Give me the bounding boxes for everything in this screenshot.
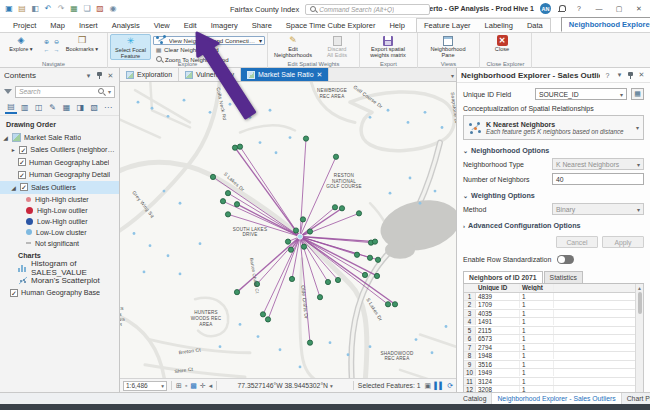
command-search-input[interactable]: Command Search (Alt+Q) <box>305 4 430 15</box>
close-window-button[interactable]: ✕ <box>632 3 646 15</box>
collapse-icon[interactable]: ◢ <box>2 134 9 141</box>
dock-tab-chart-properties[interactable]: Chart Properties <box>622 393 650 404</box>
table-row[interactable]: 1131241 <box>464 378 635 387</box>
tree-item-sales-outliers[interactable]: ◢ ✓ Sales Outliers <box>0 181 119 194</box>
notification-icon[interactable]: ◂ <box>209 382 213 389</box>
open-project-icon[interactable]: ▤ <box>17 4 27 14</box>
pane-menu-icon[interactable]: ▾ <box>615 71 624 79</box>
menu-tab-edit[interactable]: Edit <box>177 19 204 32</box>
close-explorer-button[interactable]: ✕ Close <box>482 34 522 60</box>
unique-id-field-select[interactable]: SOURCE_ID▾ <box>535 88 627 100</box>
table-row[interactable]: 414911 <box>464 318 635 327</box>
contents-search-input[interactable]: Search ▾ <box>15 86 115 98</box>
map-tab-market-sale-ratio[interactable]: Market Sale Ratio✕ <box>241 68 330 81</box>
maximize-button[interactable]: ▢ <box>612 3 626 15</box>
geoprocessing-icon[interactable]: ▨ <box>95 4 105 14</box>
layer-checkbox[interactable]: ✓ <box>18 171 26 179</box>
scroll-up-icon[interactable]: ▲ <box>637 284 642 291</box>
layer-checkbox[interactable]: ✓ <box>19 146 27 154</box>
method-select[interactable]: Binary▾ <box>552 203 644 215</box>
number-of-neighbors-input[interactable]: 40 <box>552 173 644 185</box>
layer-checkbox[interactable]: ✓ <box>18 158 26 166</box>
select-focal-feature-button[interactable]: ✳ Select Focal Feature <box>110 34 151 60</box>
more-options-icon[interactable]: ⋯ <box>102 101 114 114</box>
tree-item-map[interactable]: ◢ Market Sale Ratio <box>0 131 119 144</box>
discard-all-edits-button[interactable]: Discard All Edits <box>318 34 356 60</box>
fixed-zoom-out-icon[interactable]: ⊖ <box>52 37 61 45</box>
conceptualization-select[interactable]: K Nearest Neighbors Each feature gets K … <box>463 115 644 140</box>
dock-tab-catalog[interactable]: Catalog <box>458 393 492 404</box>
basemap-toggle-icon[interactable]: ▩ <box>190 382 197 389</box>
map-tab-vulnerability[interactable]: Vulnerability <box>179 68 241 81</box>
map-canvas[interactable]: NEWBRIDGEREC AREARESTONNATIONALGOLF COUR… <box>120 82 456 378</box>
tab-list-icon[interactable]: ▾ <box>451 72 454 79</box>
bookmarks-button[interactable]: ❒ Bookmarks ▾ <box>63 34 101 60</box>
table-row[interactable]: 217091 <box>464 301 635 310</box>
close-tab-icon[interactable]: ✕ <box>317 71 323 79</box>
panel-tab-neighbors-of-id-2071[interactable]: Neighbors of ID 2071 <box>463 271 543 283</box>
menu-tab-project[interactable]: Project <box>6 19 43 32</box>
save-icon[interactable]: ▣ <box>4 4 14 14</box>
redo-icon[interactable]: ↷ <box>56 4 66 14</box>
menu-tab-space-time-cube-explorer[interactable]: Space Time Cube Explorer <box>279 19 383 32</box>
list-by-editing-icon[interactable]: ✎ <box>47 101 59 114</box>
pane-pin-icon[interactable] <box>96 71 103 80</box>
contextual-tab-data[interactable]: Data <box>520 19 550 32</box>
table-row[interactable]: 819481 <box>464 352 635 361</box>
pane-close-icon[interactable]: ✕ <box>106 72 115 80</box>
menu-tab-insert[interactable]: Insert <box>72 19 105 32</box>
view-neighbors-dropdown[interactable]: View Neighbors and Connections▾ <box>153 36 265 45</box>
menu-tab-view[interactable]: View <box>147 19 177 32</box>
menu-tab-imagery[interactable]: Imagery <box>204 19 245 32</box>
layer-checkbox[interactable]: ✓ <box>10 289 18 297</box>
list-by-snapping-icon[interactable]: ▦ <box>61 101 73 114</box>
menu-tab-map[interactable]: Map <box>43 19 72 32</box>
minimize-button[interactable]: — <box>592 3 606 15</box>
table-row[interactable]: 148391 <box>464 293 635 302</box>
pane-close-icon[interactable]: ✕ <box>637 71 646 79</box>
list-by-charts-icon[interactable]: ▧ <box>88 101 100 114</box>
list-by-labeling-icon[interactable]: ◨ <box>74 101 86 114</box>
attributes-icon[interactable]: ▣ <box>425 382 432 389</box>
field-options-button[interactable]: ▦ <box>631 88 644 100</box>
snapping-toggle-icon[interactable]: ✛ <box>200 382 206 389</box>
list-by-selection-icon[interactable]: ◫ <box>33 101 45 114</box>
search-options-icon[interactable]: ▾ <box>108 88 111 95</box>
row-standardization-toggle[interactable] <box>557 255 574 264</box>
tree-item-human-geography-label[interactable]: ✓ Human Geography Label <box>0 156 119 169</box>
explore-button[interactable]: ◈ Explore ▾ <box>2 34 40 60</box>
dock-tab-neighborhood-explorer-sales-outliers[interactable]: Neighborhood Explorer - Sales Outliers <box>492 393 621 404</box>
section-advanced-options[interactable]: › Advanced Configuration Options <box>463 221 644 230</box>
tree-item-sales-outliers-neighborhood[interactable]: ▸ ✓ Sales Outliers (neighborhood) <box>0 144 119 157</box>
filter-icon[interactable] <box>4 89 12 94</box>
edit-neighborhoods-button[interactable]: ✎ Edit Neighborhoods <box>270 34 316 60</box>
tree-item-human-geography-detail[interactable]: ✓ Human Geography Detail <box>0 169 119 182</box>
tab-neighborhood-explorer[interactable]: Neighborhood Explorer <box>561 17 650 32</box>
pane-help-icon[interactable]: ? <box>603 72 612 79</box>
table-row[interactable]: 935161 <box>464 361 635 370</box>
list-by-data-source-icon[interactable]: ▥ <box>19 101 31 114</box>
table-row[interactable]: 1019491 <box>464 369 635 378</box>
table-row[interactable]: 521151 <box>464 327 635 336</box>
section-neighborhood-options[interactable]: ⌄ Neighborhood Options <box>463 146 644 155</box>
avatar[interactable]: AN <box>540 3 551 14</box>
undo-icon[interactable]: ↶ <box>43 4 53 14</box>
selected-features-count[interactable]: Selected Features: 1 <box>358 382 421 389</box>
panel-tab-statistics[interactable]: Statistics <box>544 271 583 283</box>
map-tab-exploration[interactable]: Exploration <box>120 68 179 81</box>
pause-drawing-icon[interactable]: ▌▌ <box>434 382 444 389</box>
tree-item-human-geography-base[interactable]: ✓ Human Geography Base <box>0 287 119 300</box>
clear-neighborhood-button[interactable]: ▦ Clear Neighborhood <box>153 46 265 55</box>
neighbors-table[interactable]: Unique IDWeight1483912170913403514149115… <box>463 284 644 392</box>
layer-swatch-icon[interactable]: ▪ <box>185 382 187 389</box>
tree-item-histogram-of-sales-value[interactable]: Histogram of SALES_VALUE <box>0 262 119 275</box>
refresh-map-icon[interactable]: ⟳ <box>447 382 453 389</box>
new-project-icon[interactable]: ◧ <box>30 4 40 14</box>
locate-icon[interactable]: ◉ <box>108 4 118 14</box>
apply-button[interactable]: Apply <box>602 236 644 248</box>
notifications-icon[interactable] <box>557 4 566 13</box>
table-row[interactable]: 340351 <box>464 310 635 319</box>
section-weighting-options[interactable]: ⌄ Weighting Options <box>463 191 644 200</box>
previous-extent-icon[interactable]: ← <box>42 46 51 54</box>
table-row[interactable]: 665731 <box>464 335 635 344</box>
